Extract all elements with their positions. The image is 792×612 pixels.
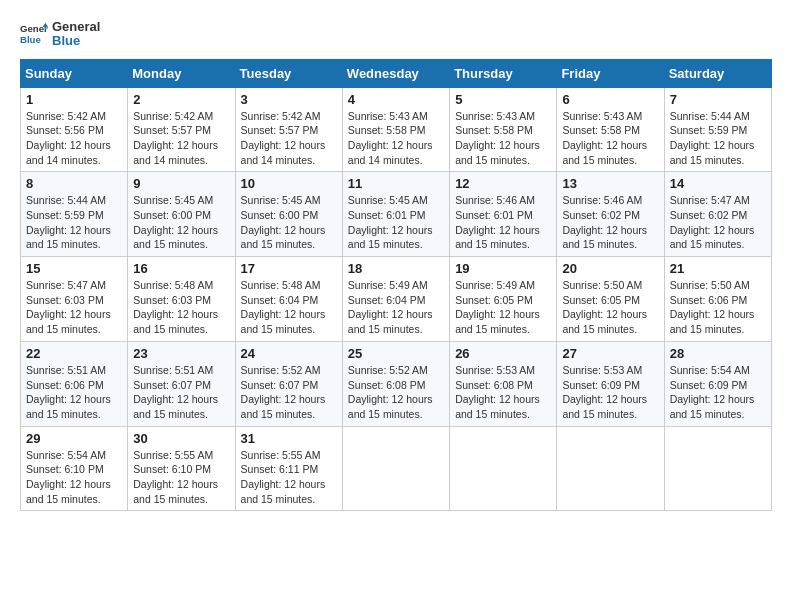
daylight-label: Daylight: 12 hours (348, 139, 433, 151)
day-info: Sunrise: 5:49 AM Sunset: 6:05 PM Dayligh… (455, 278, 551, 337)
sunset-label: Sunset: 6:03 PM (26, 294, 104, 306)
daylight-label: Daylight: 12 hours (455, 308, 540, 320)
sunset-label: Sunset: 5:59 PM (670, 124, 748, 136)
daylight-minutes: and 15 minutes. (133, 493, 208, 505)
sunrise-label: Sunrise: 5:45 AM (241, 194, 321, 206)
sunrise-label: Sunrise: 5:55 AM (133, 449, 213, 461)
day-number: 30 (133, 431, 229, 446)
day-number: 20 (562, 261, 658, 276)
daylight-label: Daylight: 12 hours (670, 139, 755, 151)
sunset-label: Sunset: 6:05 PM (455, 294, 533, 306)
day-info: Sunrise: 5:44 AM Sunset: 5:59 PM Dayligh… (670, 109, 766, 168)
day-number: 15 (26, 261, 122, 276)
calendar-cell: 25 Sunrise: 5:52 AM Sunset: 6:08 PM Dayl… (342, 341, 449, 426)
sunrise-label: Sunrise: 5:45 AM (133, 194, 213, 206)
daylight-minutes: and 14 minutes. (26, 154, 101, 166)
day-info: Sunrise: 5:45 AM Sunset: 6:01 PM Dayligh… (348, 193, 444, 252)
day-info: Sunrise: 5:47 AM Sunset: 6:03 PM Dayligh… (26, 278, 122, 337)
calendar-cell: 20 Sunrise: 5:50 AM Sunset: 6:05 PM Dayl… (557, 257, 664, 342)
daylight-label: Daylight: 12 hours (455, 139, 540, 151)
sunrise-label: Sunrise: 5:54 AM (26, 449, 106, 461)
calendar-week-row: 15 Sunrise: 5:47 AM Sunset: 6:03 PM Dayl… (21, 257, 772, 342)
daylight-label: Daylight: 12 hours (455, 393, 540, 405)
daylight-label: Daylight: 12 hours (455, 224, 540, 236)
logo-blue: Blue (52, 34, 100, 48)
day-number: 4 (348, 92, 444, 107)
daylight-minutes: and 15 minutes. (348, 238, 423, 250)
sunset-label: Sunset: 5:59 PM (26, 209, 104, 221)
sunset-label: Sunset: 5:58 PM (562, 124, 640, 136)
daylight-label: Daylight: 12 hours (26, 139, 111, 151)
daylight-minutes: and 15 minutes. (670, 408, 745, 420)
calendar-cell (342, 426, 449, 511)
sunrise-label: Sunrise: 5:47 AM (26, 279, 106, 291)
day-info: Sunrise: 5:43 AM Sunset: 5:58 PM Dayligh… (348, 109, 444, 168)
sunrise-label: Sunrise: 5:48 AM (133, 279, 213, 291)
calendar-table: SundayMondayTuesdayWednesdayThursdayFrid… (20, 59, 772, 512)
sunset-label: Sunset: 6:07 PM (241, 379, 319, 391)
sunrise-label: Sunrise: 5:52 AM (348, 364, 428, 376)
sunset-label: Sunset: 5:56 PM (26, 124, 104, 136)
daylight-label: Daylight: 12 hours (348, 308, 433, 320)
sunset-label: Sunset: 6:04 PM (241, 294, 319, 306)
sunset-label: Sunset: 6:06 PM (670, 294, 748, 306)
day-info: Sunrise: 5:50 AM Sunset: 6:05 PM Dayligh… (562, 278, 658, 337)
daylight-label: Daylight: 12 hours (133, 478, 218, 490)
sunrise-label: Sunrise: 5:42 AM (241, 110, 321, 122)
weekday-header-wednesday: Wednesday (342, 59, 449, 87)
daylight-label: Daylight: 12 hours (348, 393, 433, 405)
sunrise-label: Sunrise: 5:48 AM (241, 279, 321, 291)
day-number: 12 (455, 176, 551, 191)
calendar-cell: 29 Sunrise: 5:54 AM Sunset: 6:10 PM Dayl… (21, 426, 128, 511)
day-number: 7 (670, 92, 766, 107)
calendar-cell: 21 Sunrise: 5:50 AM Sunset: 6:06 PM Dayl… (664, 257, 771, 342)
daylight-label: Daylight: 12 hours (133, 224, 218, 236)
daylight-label: Daylight: 12 hours (562, 308, 647, 320)
day-number: 10 (241, 176, 337, 191)
sunset-label: Sunset: 6:08 PM (455, 379, 533, 391)
calendar-cell (450, 426, 557, 511)
day-info: Sunrise: 5:52 AM Sunset: 6:08 PM Dayligh… (348, 363, 444, 422)
calendar-body: 1 Sunrise: 5:42 AM Sunset: 5:56 PM Dayli… (21, 87, 772, 511)
daylight-minutes: and 15 minutes. (241, 493, 316, 505)
sunset-label: Sunset: 6:08 PM (348, 379, 426, 391)
logo: General Blue General Blue (20, 20, 100, 49)
calendar-cell: 18 Sunrise: 5:49 AM Sunset: 6:04 PM Dayl… (342, 257, 449, 342)
sunrise-label: Sunrise: 5:46 AM (562, 194, 642, 206)
day-number: 21 (670, 261, 766, 276)
sunrise-label: Sunrise: 5:50 AM (562, 279, 642, 291)
day-info: Sunrise: 5:49 AM Sunset: 6:04 PM Dayligh… (348, 278, 444, 337)
daylight-minutes: and 15 minutes. (241, 323, 316, 335)
daylight-minutes: and 15 minutes. (133, 408, 208, 420)
daylight-label: Daylight: 12 hours (670, 224, 755, 236)
daylight-label: Daylight: 12 hours (562, 139, 647, 151)
calendar-cell: 26 Sunrise: 5:53 AM Sunset: 6:08 PM Dayl… (450, 341, 557, 426)
daylight-label: Daylight: 12 hours (241, 139, 326, 151)
daylight-minutes: and 15 minutes. (26, 493, 101, 505)
daylight-minutes: and 15 minutes. (670, 238, 745, 250)
sunrise-label: Sunrise: 5:43 AM (348, 110, 428, 122)
day-number: 9 (133, 176, 229, 191)
calendar-cell: 8 Sunrise: 5:44 AM Sunset: 5:59 PM Dayli… (21, 172, 128, 257)
calendar-cell: 22 Sunrise: 5:51 AM Sunset: 6:06 PM Dayl… (21, 341, 128, 426)
day-info: Sunrise: 5:51 AM Sunset: 6:07 PM Dayligh… (133, 363, 229, 422)
weekday-header-row: SundayMondayTuesdayWednesdayThursdayFrid… (21, 59, 772, 87)
daylight-minutes: and 15 minutes. (348, 323, 423, 335)
daylight-minutes: and 15 minutes. (562, 408, 637, 420)
daylight-label: Daylight: 12 hours (133, 393, 218, 405)
day-info: Sunrise: 5:52 AM Sunset: 6:07 PM Dayligh… (241, 363, 337, 422)
daylight-label: Daylight: 12 hours (26, 393, 111, 405)
sunset-label: Sunset: 6:06 PM (26, 379, 104, 391)
day-number: 28 (670, 346, 766, 361)
sunrise-label: Sunrise: 5:44 AM (670, 110, 750, 122)
calendar-week-row: 29 Sunrise: 5:54 AM Sunset: 6:10 PM Dayl… (21, 426, 772, 511)
day-number: 1 (26, 92, 122, 107)
sunrise-label: Sunrise: 5:46 AM (455, 194, 535, 206)
day-number: 24 (241, 346, 337, 361)
daylight-label: Daylight: 12 hours (26, 478, 111, 490)
sunrise-label: Sunrise: 5:49 AM (455, 279, 535, 291)
calendar-cell: 2 Sunrise: 5:42 AM Sunset: 5:57 PM Dayli… (128, 87, 235, 172)
svg-text:General: General (20, 24, 48, 35)
day-info: Sunrise: 5:48 AM Sunset: 6:03 PM Dayligh… (133, 278, 229, 337)
day-number: 23 (133, 346, 229, 361)
